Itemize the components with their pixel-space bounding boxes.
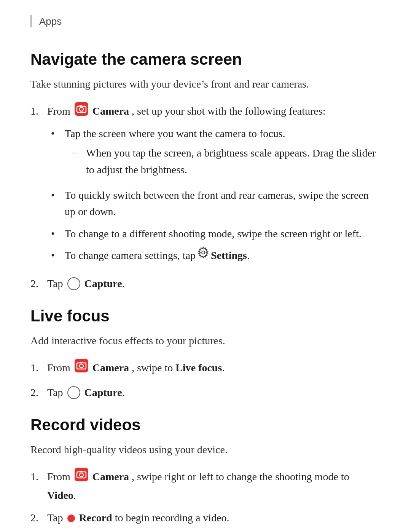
section-live-focus-title: Live focus <box>30 307 381 325</box>
capture-icon-1 <box>67 277 80 290</box>
bullet-1-3: • To change to a different shooting mode… <box>51 225 381 242</box>
camera-icon <box>75 102 88 120</box>
step1-app-name: Camera <box>92 105 129 117</box>
navigate-step-1: 1. From Camera , set up your shot with t <box>30 103 381 269</box>
bullet-1-4: • To change camera settings, tap Setting… <box>51 247 381 264</box>
record-step-2: 2. Tap Record to begin recording a video… <box>30 510 381 532</box>
page-container: Apps Navigate the camera screen Take stu… <box>0 0 411 532</box>
live-focus-step-2: 2. Tap Capture. <box>30 384 381 401</box>
svg-rect-8 <box>80 362 82 363</box>
record-icon <box>67 514 75 522</box>
section-navigate-title: Navigate the camera screen <box>30 50 381 69</box>
section-live-focus-intro: Add interactive focus effects to your pi… <box>30 333 381 349</box>
navigate-steps-list: 1. From Camera , set up your shot with t <box>30 103 381 292</box>
bullet-1-1: • Tap the screen where you want the came… <box>51 125 381 182</box>
section-navigate: Navigate the camera screen Take stunning… <box>30 50 381 292</box>
settings-icon <box>197 246 209 259</box>
section-record-videos-title: Record videos <box>30 416 381 434</box>
navigate-step-2: 2. Tap Capture. <box>30 275 381 292</box>
camera-icon-2 <box>75 359 88 377</box>
breadcrumb: Apps <box>30 15 381 27</box>
record-videos-steps-list: 1. From Camera , swipe right or left to … <box>30 468 381 532</box>
section-navigate-intro: Take stunning pictures with your device’… <box>30 76 381 92</box>
sub-bullets-1: – When you tap the screen, a brightness … <box>72 145 381 178</box>
svg-point-4 <box>202 251 205 254</box>
record-step2-bullets: • To temporarily stop recording, tap Pau… <box>51 530 381 532</box>
bullet-1-2: • To quickly switch between the front an… <box>51 187 381 220</box>
record-step-1: 1. From Camera , swipe right or left to … <box>30 468 381 503</box>
sub-bullet-1-1: – When you tap the screen, a brightness … <box>72 145 381 178</box>
live-focus-step-1: 1. From Camera , swipe to Live focus. <box>30 359 381 378</box>
section-live-focus: Live focus Add interactive focus effects… <box>30 307 381 401</box>
svg-rect-3 <box>80 105 82 107</box>
svg-rect-12 <box>80 471 82 472</box>
section-record-videos: Record videos Record high-quality videos… <box>30 416 381 532</box>
camera-icon-3 <box>75 468 88 486</box>
step1-text-after: , set up your shot with the following fe… <box>132 105 325 117</box>
capture-icon-2 <box>67 386 80 399</box>
step1-text-before: From <box>47 105 73 117</box>
live-focus-steps-list: 1. From Camera , swipe to Live focus. <box>30 359 381 401</box>
section-record-videos-intro: Record high-quality videos using your de… <box>30 442 381 458</box>
record-bullet-1: • To temporarily stop recording, tap Pau… <box>51 530 381 532</box>
step1-bullets: • Tap the screen where you want the came… <box>51 125 381 264</box>
